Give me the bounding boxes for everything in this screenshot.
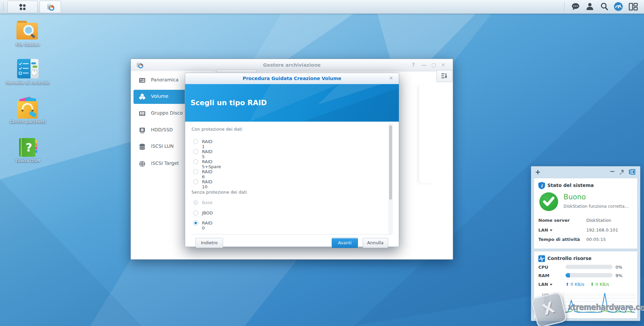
status-detail: DiskStation funziona corretta... <box>564 204 635 209</box>
magnifier-overlay-icon <box>22 24 37 40</box>
user-options-button[interactable] <box>586 2 594 12</box>
chat-bubble-icon <box>571 3 580 11</box>
lan-upload: ⬆ 0 KB/s <box>566 282 584 287</box>
volume-creation-wizard-dialog: Procedura Guidata Creazione Volume ✕ Sce… <box>185 73 399 247</box>
taskbar-separator <box>564 2 565 11</box>
wizard-title: Procedura Guidata Creazione Volume <box>185 76 399 81</box>
bag-handle-icon <box>19 102 38 119</box>
watermark-logo-letter: X <box>540 299 556 319</box>
desktop-icon-label[interactable]: Pannello di controllo <box>1 80 55 86</box>
watermark-text: xtremehardware.com <box>568 303 633 312</box>
raid-group-unprotected-label: Senza protezione dei dati <box>192 190 247 195</box>
ram-label: RAM <box>538 273 549 278</box>
desktop-icon-package-center[interactable] <box>17 98 39 120</box>
radio-button <box>193 200 198 205</box>
window-minimize-button[interactable]: — <box>421 62 426 68</box>
wizard-banner: Scegli un tipo RAID <box>185 84 399 122</box>
cancel-button[interactable]: Annulla <box>363 238 388 248</box>
wizard-scrollbar-thumb[interactable] <box>389 125 392 200</box>
pilot-view-icon <box>629 3 638 11</box>
lan-label[interactable]: LAN <box>538 227 552 233</box>
server-name-label: Nome server <box>538 218 570 223</box>
lan-traffic-label[interactable]: LAN <box>538 282 552 287</box>
globe-icon <box>139 160 146 167</box>
desktop-icon-file-station[interactable] <box>16 21 39 41</box>
back-button[interactable]: Indietro <box>196 238 223 248</box>
dropdown-arrow-icon <box>550 284 552 285</box>
radio-button[interactable] <box>193 159 198 164</box>
cpu-label: CPU <box>538 265 548 270</box>
system-status-title: Stato del sistema <box>547 183 594 188</box>
dock-panel-icon[interactable] <box>629 169 635 175</box>
desktop-icon-label[interactable]: File Station <box>1 42 55 48</box>
widget-minimize-button[interactable]: − <box>609 167 615 175</box>
window-help-button[interactable]: ? <box>412 62 415 68</box>
radio-button[interactable] <box>193 149 198 154</box>
down-arrow-icon: ⬇ <box>590 282 594 287</box>
wizard-close-button[interactable]: ✕ <box>389 75 393 81</box>
disk-group-icon <box>139 110 146 117</box>
dropdown-arrow-icon <box>550 230 552 231</box>
cpu-meter <box>566 265 612 269</box>
check-mark-icon <box>543 196 555 207</box>
notifications-button[interactable] <box>571 3 580 12</box>
cpu-value: 0% <box>615 265 623 270</box>
ram-meter <box>566 273 612 277</box>
question-mark-glyph: ? <box>22 141 35 154</box>
shield-info-icon: i <box>538 182 545 190</box>
person-icon <box>586 2 594 11</box>
window-maximize-button[interactable]: ▢ <box>431 62 436 68</box>
wizard-header[interactable]: Procedura Guidata Creazione Volume ✕ <box>185 73 399 84</box>
book-spine <box>21 138 22 157</box>
desktop-icon-label[interactable]: Guida DSM <box>1 158 55 164</box>
radio-button[interactable] <box>193 139 198 144</box>
magnifier-icon <box>600 2 608 11</box>
status-text: Buono <box>564 193 586 201</box>
desktop-icon-label[interactable]: Centro pacchetti <box>1 119 55 125</box>
window-titlebar[interactable]: Gestore archiviazione ? — ▢ ✕ <box>131 59 453 71</box>
window-title: Gestore archiviazione <box>131 62 453 68</box>
taskbar <box>0 0 644 14</box>
next-button[interactable]: Avanti <box>332 238 358 248</box>
raid-group-protected-label: Con protezione dei dati <box>192 127 242 132</box>
gauge-icon <box>614 2 623 11</box>
desktop-icon-control-panel[interactable] <box>17 59 39 78</box>
resource-monitor-title: Controllo risorse <box>547 256 592 261</box>
database-icon <box>139 143 146 150</box>
radio-button[interactable] <box>193 220 198 225</box>
content-panel-edge <box>419 85 432 183</box>
uptime-value: 00:05:15 <box>586 237 606 242</box>
window-close-button[interactable]: ✕ <box>441 62 445 68</box>
overview-icon <box>139 77 146 84</box>
server-name-value: DiskStation <box>586 218 611 223</box>
pilot-view-button[interactable] <box>629 3 638 12</box>
add-widget-button[interactable]: + <box>535 168 541 176</box>
control-panel-detail-icon <box>18 62 38 77</box>
ram-value: 9% <box>615 273 623 278</box>
grid-menu-icon <box>19 3 26 11</box>
storage-manager-icon <box>46 3 55 11</box>
search-button[interactable] <box>600 2 608 12</box>
uptime-label: Tempo di attività <box>538 237 580 242</box>
radio-button[interactable] <box>193 169 198 174</box>
taskbar-separator <box>3 2 3 11</box>
pin-icon[interactable] <box>619 169 625 175</box>
volume-cubes-icon <box>139 93 146 100</box>
storage-manager-taskbar-button[interactable] <box>40 1 61 13</box>
footer-divider <box>192 234 392 235</box>
collapse-list-button[interactable] <box>436 70 452 82</box>
wizard-heading: Scegli un tipo RAID <box>191 99 267 107</box>
main-menu-button[interactable] <box>7 1 38 13</box>
desktop-icon-dsm-help[interactable]: ? <box>19 138 38 157</box>
radio-button[interactable] <box>193 179 198 184</box>
lan-download: ⬇ 0 KB/s <box>590 282 609 287</box>
resource-monitor-icon <box>538 255 545 262</box>
hdd-icon <box>139 127 146 134</box>
list-down-icon <box>441 73 448 79</box>
lan-ip-value: 192.168.0.101 <box>586 227 618 233</box>
ram-meter-fill <box>566 273 570 277</box>
resource-monitor-button[interactable] <box>614 2 623 12</box>
system-status-widget: i Stato del sistema Buono DiskStation fu… <box>534 178 638 249</box>
radio-button[interactable] <box>193 210 198 215</box>
status-ok-icon <box>539 192 558 211</box>
